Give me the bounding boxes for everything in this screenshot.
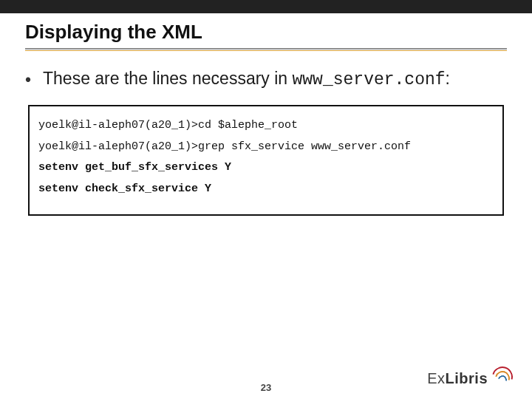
- code-line: setenv check_sfx_service Y: [38, 179, 494, 200]
- bullet-item: • These are the lines necessary in www_s…: [25, 67, 507, 92]
- bullet-text-part1: These are the lines necessary in: [43, 69, 293, 88]
- title-underline-gold: [25, 50, 507, 51]
- logo-text-bold: Libris: [446, 370, 488, 386]
- exlibris-logo: ExLibris: [427, 368, 514, 387]
- bullet-text-part2: :: [446, 69, 450, 88]
- bullet-marker: •: [25, 67, 33, 92]
- bullet-code-inline: www_server.conf: [293, 70, 446, 89]
- code-line: yoelk@il-aleph07(a20_1)>cd $alephe_root: [38, 115, 494, 137]
- title-underline-gray: [25, 48, 507, 50]
- slide-content: Displaying the XML • These are the lines…: [0, 13, 532, 216]
- slide-title: Displaying the XML: [25, 21, 507, 48]
- code-line: yoelk@il-aleph07(a20_1)>grep sfx_service…: [38, 137, 494, 158]
- top-bar: [0, 0, 532, 13]
- logo-text: ExLibris: [427, 370, 488, 387]
- code-line: setenv get_buf_sfx_services Y: [38, 157, 494, 179]
- logo-text-thin: Ex: [427, 370, 445, 386]
- logo-arcs-icon: [492, 368, 514, 387]
- bullet-text: These are the lines necessary in www_ser…: [43, 67, 450, 92]
- code-box: yoelk@il-aleph07(a20_1)>cd $alephe_root …: [28, 105, 504, 216]
